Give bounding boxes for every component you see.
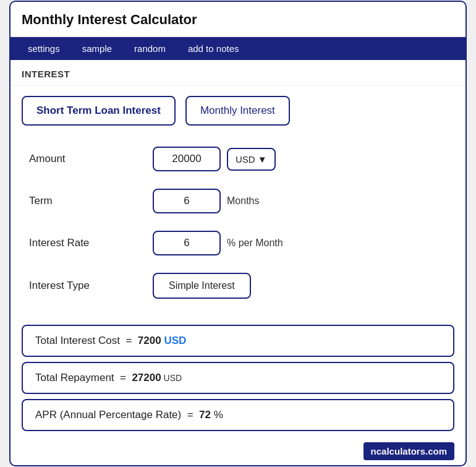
interest-type-button[interactable]: Simple Interest (153, 273, 251, 299)
page-title: Monthly Interest Calculator (22, 12, 454, 28)
term-input[interactable] (153, 189, 221, 213)
amount-input-group: USD ▼ (153, 147, 276, 171)
apr-result: APR (Annual Percentage Rate) = 72 % (22, 399, 454, 431)
term-unit: Months (227, 195, 259, 207)
term-row: Term Months (29, 180, 447, 222)
interest-rate-label: Interest Rate (29, 237, 153, 249)
interest-rate-row: Interest Rate % per Month (29, 222, 447, 264)
tab-monthly[interactable]: Monthly Interest (185, 96, 290, 126)
branding-area: ncalculators.com (11, 436, 465, 465)
currency-label: USD (236, 154, 255, 165)
interest-type-label: Interest Type (29, 280, 153, 292)
interest-type-input-group: Simple Interest (153, 273, 251, 299)
tabs-row: Short Term Loan Interest Monthly Interes… (11, 86, 465, 132)
total-interest-result: Total Interest Cost = 7200 USD (22, 325, 454, 357)
nav-add-to-notes[interactable]: add to notes (177, 37, 250, 60)
nav-sample[interactable]: sample (71, 37, 123, 60)
total-repayment-value: 27200 (132, 372, 161, 383)
interest-rate-unit: % per Month (227, 238, 283, 249)
term-input-group: Months (153, 189, 259, 213)
currency-arrow-icon: ▼ (258, 154, 267, 165)
form-section: Amount USD ▼ Term Months I (11, 132, 465, 320)
total-repayment-result: Total Repayment = 27200 USD (22, 362, 454, 394)
amount-label: Amount (29, 153, 153, 165)
apr-label: APR (Annual Percentage Rate) (35, 409, 181, 421)
calculator-container: Monthly Interest Calculator settings sam… (9, 1, 467, 466)
amount-input[interactable] (153, 147, 221, 171)
brand-label: ncalculators.com (363, 442, 454, 460)
term-label: Term (29, 195, 153, 207)
nav-random[interactable]: random (123, 37, 177, 60)
interest-rate-input-group: % per Month (153, 231, 283, 255)
total-repayment-label: Total Repayment (35, 372, 114, 383)
title-bar: Monthly Interest Calculator (11, 2, 465, 37)
amount-row: Amount USD ▼ (29, 138, 447, 180)
currency-button[interactable]: USD ▼ (227, 148, 276, 171)
section-label: INTEREST (11, 60, 465, 86)
nav-settings[interactable]: settings (17, 37, 71, 60)
interest-type-row: Interest Type Simple Interest (29, 264, 447, 307)
total-interest-value: 7200 (138, 335, 161, 346)
apr-value: 72 (199, 409, 211, 421)
interest-rate-input[interactable] (153, 231, 221, 255)
total-interest-label: Total Interest Cost (35, 335, 120, 346)
nav-bar: settings sample random add to notes (11, 37, 465, 60)
tab-short-term[interactable]: Short Term Loan Interest (22, 96, 176, 126)
